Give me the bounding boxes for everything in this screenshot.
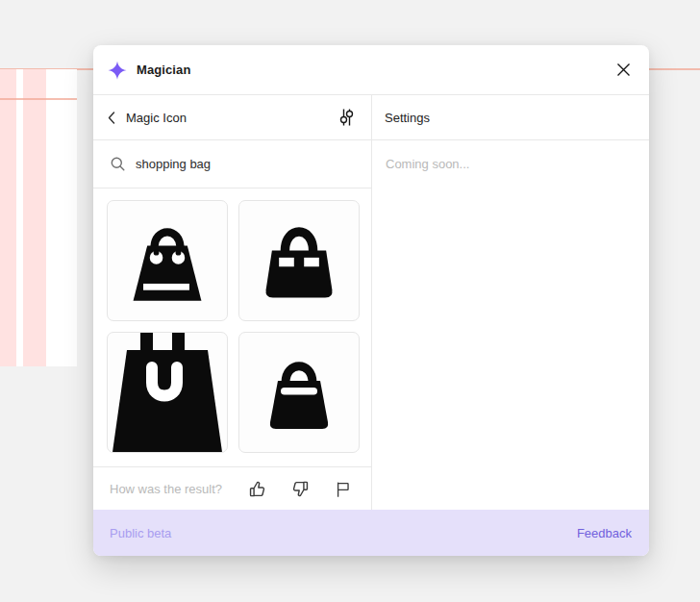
magic-icon-panel: Magic Icon — [93, 95, 372, 510]
shopping-bag-eyelets-icon — [119, 213, 215, 309]
report-flag-button[interactable] — [333, 478, 354, 500]
thumbs-up-button[interactable] — [246, 478, 268, 500]
close-icon — [616, 63, 631, 77]
icon-result-card[interactable] — [107, 200, 228, 321]
plugin-titlebar: Magician — [93, 45, 649, 95]
small-shopping-bag-icon — [253, 346, 345, 439]
feedback-bar: How was the result? — [93, 466, 371, 510]
search-input[interactable] — [136, 157, 356, 171]
icon-result-card[interactable] — [107, 332, 228, 453]
thumbs-down-button[interactable] — [289, 478, 312, 500]
handbag-icon — [251, 213, 347, 309]
settings-placeholder: Coming soon... — [372, 140, 649, 171]
sliders-icon — [339, 108, 354, 127]
magician-plugin-window: Magician — [93, 45, 649, 556]
thumbs-up-icon — [248, 480, 266, 498]
layout-grid-column — [0, 69, 16, 366]
plugin-footer: Public beta Feedback — [93, 510, 649, 556]
plugin-body: Magic Icon — [93, 95, 649, 510]
feedback-link[interactable]: Feedback — [577, 526, 632, 540]
filter-options-button[interactable] — [338, 106, 356, 129]
icon-result-card[interactable] — [238, 200, 360, 321]
settings-header: Settings — [372, 95, 649, 140]
canvas-guide-line-horizontal — [0, 98, 77, 100]
magic-icon-header: Magic Icon — [93, 95, 371, 140]
thumbs-down-icon — [291, 480, 310, 498]
feedback-prompt: How was the result? — [110, 482, 222, 496]
back-button[interactable] — [106, 110, 117, 126]
rating-buttons — [246, 478, 354, 500]
icon-result-card[interactable] — [238, 332, 360, 453]
sparkle-icon — [106, 59, 128, 81]
chevron-left-icon — [108, 112, 115, 124]
plugin-title: Magician — [137, 63, 190, 77]
canvas-design-frame — [0, 69, 77, 366]
layout-grid-column — [23, 69, 46, 366]
search-bar — [93, 140, 371, 188]
close-button[interactable] — [614, 61, 633, 79]
magic-icon-title: Magic Icon — [126, 111, 187, 125]
public-beta-label: Public beta — [110, 526, 171, 540]
tote-bag-icon — [108, 333, 227, 452]
flag-icon — [335, 480, 352, 498]
figma-canvas: Magician — [0, 0, 700, 602]
icon-results-grid — [93, 188, 371, 466]
settings-title: Settings — [385, 111, 430, 125]
settings-panel: Settings Coming soon... — [372, 95, 649, 510]
search-icon — [111, 157, 125, 171]
